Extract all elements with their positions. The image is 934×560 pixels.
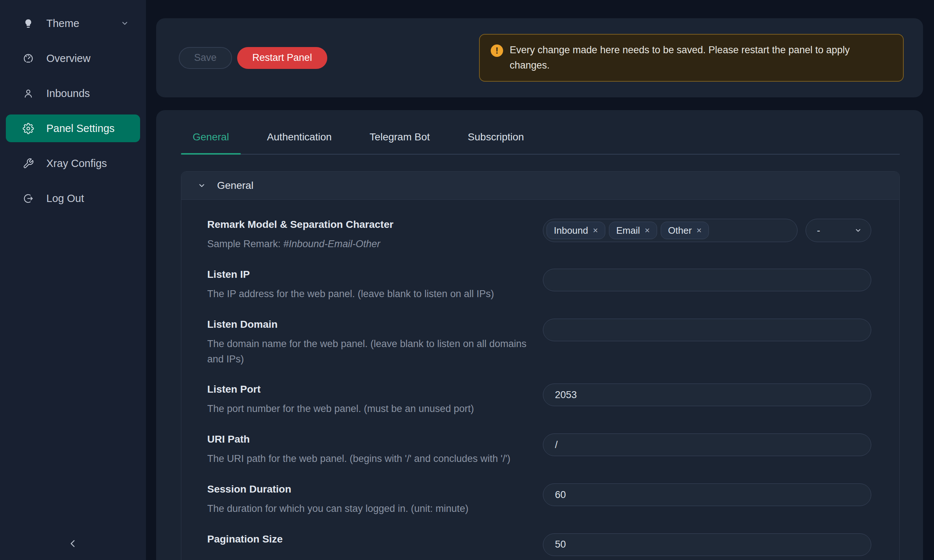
bulb-icon xyxy=(23,18,34,29)
save-button[interactable]: Save xyxy=(179,47,232,69)
sample-remark-value: #Inbound-Email-Other xyxy=(284,238,381,249)
field-text: Listen DomainThe domain name for the web… xyxy=(207,318,543,367)
general-form: Remark Model & Separation CharacterSampl… xyxy=(181,200,899,560)
form-row-uri-path: URI PathThe URI path for the web panel. … xyxy=(207,434,899,467)
field-description: The IP address for the web panel. (leave… xyxy=(207,286,528,302)
tag-remove-icon[interactable]: × xyxy=(645,226,650,235)
form-row-listen-domain: Listen DomainThe domain name for the web… xyxy=(207,318,899,367)
general-collapse-panel: General Remark Model & Separation Charac… xyxy=(181,171,900,560)
field-description: The URI path for the web panel. (begins … xyxy=(207,451,528,467)
sidebar-nav: ThemeOverviewInboundsPanel SettingsXray … xyxy=(0,9,146,212)
uri-path-input[interactable] xyxy=(543,434,871,456)
chevron-down-icon xyxy=(854,226,862,234)
field-description: The domain name for the web panel. (leav… xyxy=(207,337,528,367)
sidebar-item-panel-settings[interactable]: Panel Settings xyxy=(6,114,140,142)
sidebar-collapse-button[interactable] xyxy=(62,533,84,555)
field-label: Pagination Size xyxy=(207,533,528,545)
tag-label: Email xyxy=(616,225,640,236)
tag-label: Other xyxy=(668,225,692,236)
section-title: General xyxy=(217,180,254,191)
chevron-left-icon xyxy=(68,538,79,549)
tab-general[interactable]: General xyxy=(181,131,241,154)
field-control xyxy=(543,318,871,341)
general-collapse-header[interactable]: General xyxy=(181,172,899,200)
sidebar-item-label: Xray Configs xyxy=(46,157,107,169)
tag-other: Other× xyxy=(661,222,709,239)
sidebar-item-log-out[interactable]: Log Out xyxy=(6,185,140,212)
dashboard-icon xyxy=(23,53,34,64)
field-text: Session DurationThe duration for which y… xyxy=(207,483,543,517)
tab-bar: GeneralAuthenticationTelegram BotSubscri… xyxy=(181,131,900,155)
field-control xyxy=(543,269,871,291)
wrench-icon xyxy=(23,158,34,169)
field-text: URI PathThe URI path for the web panel. … xyxy=(207,434,543,467)
field-label: Listen Port xyxy=(207,383,528,395)
logout-icon xyxy=(23,193,34,204)
field-description: The port number for the web panel. (must… xyxy=(207,402,528,417)
tab-subscription[interactable]: Subscription xyxy=(456,131,536,154)
alert-text: Every change made here needs to be saved… xyxy=(510,43,882,73)
listen-ip-input[interactable] xyxy=(543,269,871,291)
field-label: Listen IP xyxy=(207,269,528,280)
sidebar-item-overview[interactable]: Overview xyxy=(6,45,140,72)
tag-label: Inbound xyxy=(554,225,588,236)
tag-email: Email× xyxy=(609,222,657,239)
separator-selected-value: - xyxy=(817,225,820,236)
field-label: Remark Model & Separation Character xyxy=(207,219,528,231)
remark-model-tags-input[interactable]: Inbound×Email×Other× xyxy=(543,219,798,242)
sidebar-item-xray-configs[interactable]: Xray Configs xyxy=(6,149,140,177)
form-row-listen-ip: Listen IPThe IP address for the web pane… xyxy=(207,269,899,302)
tab-telegram-bot[interactable]: Telegram Bot xyxy=(358,131,441,154)
sidebar-item-label: Inbounds xyxy=(46,88,90,100)
field-text: Pagination Size xyxy=(207,533,543,545)
sidebar-item-inbounds[interactable]: Inbounds xyxy=(6,80,140,107)
tag-remove-icon[interactable]: × xyxy=(593,226,598,235)
listen-port-input[interactable] xyxy=(543,383,871,406)
field-label: Session Duration xyxy=(207,483,528,495)
session-duration-input[interactable] xyxy=(543,483,871,506)
sidebar-item-theme[interactable]: Theme xyxy=(6,9,140,37)
sidebar-item-label: Theme xyxy=(46,17,79,29)
sidebar-item-label: Panel Settings xyxy=(46,123,114,135)
main-content: Save Restart Panel ! Every change made h… xyxy=(146,0,934,560)
form-row-session-duration: Session DurationThe duration for which y… xyxy=(207,483,899,517)
tag-remove-icon[interactable]: × xyxy=(697,226,701,235)
sidebar-item-label: Overview xyxy=(46,52,91,65)
field-description: The duration for which you can stay logg… xyxy=(207,501,528,517)
field-text: Listen PortThe port number for the web p… xyxy=(207,383,543,417)
separator-select[interactable]: - xyxy=(806,219,871,242)
field-control: Inbound×Email×Other×- xyxy=(543,219,871,242)
listen-domain-input[interactable] xyxy=(543,318,871,341)
field-text: Listen IPThe IP address for the web pane… xyxy=(207,269,543,302)
form-row-remark-model: Remark Model & Separation CharacterSampl… xyxy=(207,219,899,252)
pagination-size-input[interactable] xyxy=(543,533,871,556)
toolbar-card: Save Restart Panel ! Every change made h… xyxy=(156,18,923,97)
chevron-down-icon xyxy=(197,181,206,190)
sidebar-item-label: Log Out xyxy=(46,192,84,205)
warning-icon: ! xyxy=(491,45,503,57)
warning-alert: ! Every change made here needs to be sav… xyxy=(479,34,904,82)
tab-authentication[interactable]: Authentication xyxy=(255,131,343,154)
form-row-pagination-size: Pagination Size xyxy=(207,533,899,556)
field-label: URI Path xyxy=(207,434,528,445)
gear-icon xyxy=(23,123,34,134)
app-root: ThemeOverviewInboundsPanel SettingsXray … xyxy=(0,0,934,560)
sidebar: ThemeOverviewInboundsPanel SettingsXray … xyxy=(0,0,146,560)
field-control xyxy=(543,483,871,506)
settings-card: GeneralAuthenticationTelegram BotSubscri… xyxy=(156,110,923,560)
restart-panel-button[interactable]: Restart Panel xyxy=(237,47,328,69)
field-description: Sample Remark: #Inbound-Email-Other xyxy=(207,237,528,252)
form-row-listen-port: Listen PortThe port number for the web p… xyxy=(207,383,899,417)
field-control xyxy=(543,533,871,556)
chevron-down-icon xyxy=(120,19,129,28)
tag-inbound: Inbound× xyxy=(547,222,605,239)
field-control xyxy=(543,434,871,456)
user-icon xyxy=(23,88,34,99)
field-label: Listen Domain xyxy=(207,318,528,330)
field-text: Remark Model & Separation CharacterSampl… xyxy=(207,219,543,252)
field-control xyxy=(543,383,871,406)
